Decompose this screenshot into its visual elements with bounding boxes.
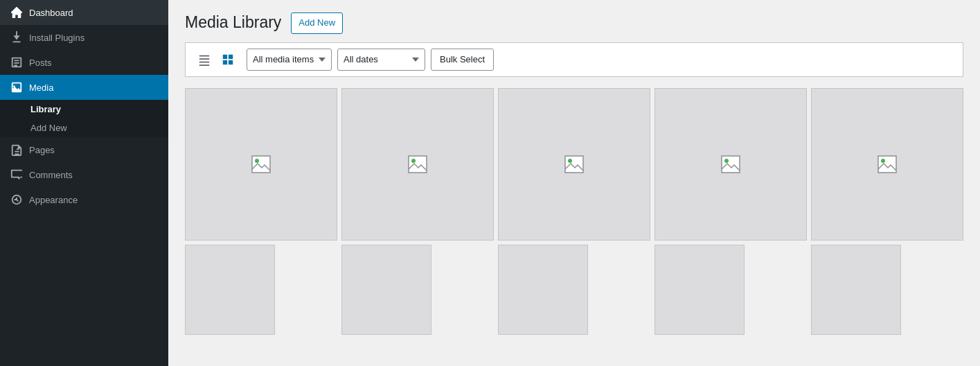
sidebar-item-label: Comments [29, 170, 73, 180]
sidebar-item-dashboard[interactable]: Dashboard [0, 0, 168, 25]
add-new-button[interactable]: Add New [291, 12, 343, 34]
grid-view-icon [222, 53, 234, 66]
comments-icon [10, 168, 24, 182]
submenu-item-add-new[interactable]: Add New [0, 119, 168, 137]
svg-rect-2 [199, 61, 209, 62]
media-submenu: Library Add New [0, 100, 168, 137]
media-item[interactable] [811, 245, 901, 335]
svg-rect-0 [199, 55, 209, 56]
sidebar-item-label: Install Plugins [29, 33, 84, 43]
posts-icon [10, 55, 24, 69]
sidebar-item-media[interactable]: Media [0, 75, 168, 100]
sidebar-item-install-plugins[interactable]: Install Plugins [0, 25, 168, 50]
media-placeholder-icon [563, 153, 585, 175]
media-placeholder-icon [407, 153, 429, 175]
media-placeholder-icon [876, 153, 898, 175]
pages-icon [10, 143, 24, 157]
svg-rect-3 [199, 64, 209, 66]
sidebar-item-posts[interactable]: Posts [0, 50, 168, 75]
media-placeholder-icon [720, 153, 742, 175]
svg-point-13 [568, 159, 572, 163]
sidebar-item-label: Posts [29, 58, 52, 68]
view-toggle [194, 49, 238, 70]
media-type-filter[interactable]: All media items Images Audio Video Docum… [247, 49, 332, 71]
media-grid-row1 [185, 88, 963, 241]
page-title: Media Library [185, 12, 281, 33]
media-item[interactable] [498, 245, 588, 335]
dashboard-icon [10, 6, 24, 19]
svg-rect-7 [229, 60, 233, 64]
svg-rect-4 [223, 55, 227, 59]
media-item[interactable] [341, 88, 494, 241]
plugin-icon [10, 31, 24, 44]
svg-rect-1 [199, 58, 209, 60]
media-placeholder-icon [250, 153, 272, 175]
main-content: Media Library Add New [168, 0, 980, 366]
media-item[interactable] [654, 88, 807, 241]
media-item[interactable] [498, 88, 650, 241]
appearance-icon [10, 193, 24, 207]
sidebar-item-label: Appearance [29, 195, 78, 205]
page-header: Media Library Add New [168, 0, 980, 42]
sidebar: Dashboard Install Plugins Posts Media Li… [0, 0, 168, 366]
media-item[interactable] [185, 88, 337, 241]
submenu-item-library[interactable]: Library [0, 100, 168, 119]
media-item[interactable] [811, 88, 963, 241]
sidebar-item-label: Dashboard [29, 8, 73, 18]
svg-point-11 [411, 159, 416, 163]
sidebar-item-comments[interactable]: Comments [0, 162, 168, 187]
media-grid-wrapper [168, 88, 980, 366]
media-item[interactable] [185, 245, 275, 335]
list-view-button[interactable] [194, 49, 215, 70]
svg-rect-14 [722, 156, 740, 173]
svg-rect-16 [878, 156, 896, 173]
bulk-select-button[interactable]: Bulk Select [431, 49, 494, 71]
svg-point-15 [724, 159, 729, 163]
sidebar-item-label: Media [29, 82, 53, 93]
svg-rect-8 [252, 156, 270, 173]
list-view-icon [198, 53, 211, 66]
date-filter[interactable]: All dates January 2024 December 2023 [337, 49, 425, 71]
sidebar-item-label: Pages [29, 145, 55, 155]
media-item[interactable] [341, 245, 431, 335]
media-toolbar: All media items Images Audio Video Docum… [185, 42, 963, 77]
svg-rect-6 [223, 60, 227, 64]
sidebar-item-pages[interactable]: Pages [0, 137, 168, 162]
media-grid-row2 [185, 245, 963, 335]
svg-point-17 [881, 159, 885, 163]
media-icon [10, 80, 24, 94]
grid-view-button[interactable] [217, 49, 238, 70]
svg-rect-10 [409, 156, 427, 173]
svg-rect-12 [565, 156, 583, 173]
svg-point-9 [255, 159, 259, 163]
svg-rect-5 [229, 55, 233, 59]
media-item[interactable] [654, 245, 745, 335]
sidebar-item-appearance[interactable]: Appearance [0, 187, 168, 212]
